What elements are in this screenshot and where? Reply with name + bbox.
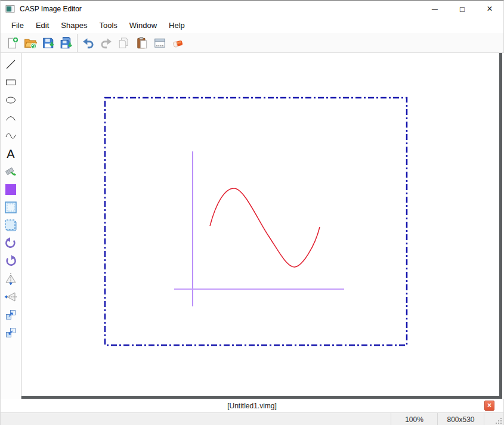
- open-file-icon: [24, 36, 37, 49]
- rotate-left-icon: [4, 237, 17, 250]
- rotate-right-icon: [4, 255, 17, 268]
- save-icon: [42, 36, 55, 49]
- text-tool-icon: A: [4, 147, 17, 161]
- canvas-properties-button[interactable]: [151, 35, 168, 51]
- toolbar-separator: [77, 34, 78, 52]
- paste-button[interactable]: [134, 35, 150, 51]
- workspace: A: [1, 53, 504, 399]
- flip-vertical-button[interactable]: [1, 270, 20, 288]
- zoom-level: 100%: [391, 413, 437, 425]
- select-rectangle-icon: [4, 201, 17, 214]
- rotate-left-button[interactable]: [1, 234, 20, 252]
- document-close-button[interactable]: ×: [484, 401, 494, 411]
- menu-bar: File Edit Shapes Tools Window Help: [1, 17, 503, 33]
- tool-palette: A: [1, 53, 21, 399]
- menu-edit[interactable]: Edit: [30, 19, 55, 32]
- arc-tool-icon: [5, 112, 17, 124]
- svg-text:A: A: [7, 147, 15, 160]
- window-controls: ─ □ ×: [421, 1, 503, 17]
- redo-icon: [100, 36, 113, 49]
- curve-tool-icon: [5, 130, 17, 142]
- flip-horizontal-icon: [4, 290, 17, 303]
- selection-rectangle[interactable]: [105, 98, 407, 345]
- save-as-button[interactable]: [58, 35, 74, 51]
- select-region-icon: [4, 219, 17, 232]
- arc-tool-button[interactable]: [1, 109, 20, 127]
- resize-grip-cell: [484, 413, 503, 425]
- scale-icon: [5, 309, 17, 321]
- undo-icon: [82, 36, 95, 49]
- eraser-button[interactable]: [169, 35, 185, 51]
- close-button[interactable]: ×: [476, 1, 503, 17]
- menu-window[interactable]: Window: [123, 19, 163, 32]
- canvas-drawing[interactable]: [21, 53, 499, 396]
- scale-alt-icon: [5, 327, 17, 339]
- undo-button[interactable]: [80, 35, 96, 51]
- main-toolbar: [1, 33, 503, 53]
- ellipse-tool-icon: [5, 94, 17, 106]
- scale-button[interactable]: [1, 306, 20, 324]
- flip-horizontal-button[interactable]: [1, 288, 20, 306]
- menu-shapes[interactable]: Shapes: [55, 19, 93, 32]
- menu-file[interactable]: File: [5, 19, 30, 32]
- airbrush-tool-button[interactable]: [1, 163, 20, 181]
- rotate-right-button[interactable]: [1, 252, 20, 270]
- new-document-button[interactable]: [4, 35, 20, 51]
- rectangle-tool-button[interactable]: [1, 73, 20, 91]
- menu-help[interactable]: Help: [163, 19, 191, 32]
- document-tab-bar: [Untitled1.vimg] ×: [1, 399, 503, 412]
- text-tool-button[interactable]: A: [1, 145, 20, 163]
- copy-button[interactable]: [116, 35, 132, 51]
- select-region-button[interactable]: [1, 216, 20, 234]
- open-file-button[interactable]: [22, 35, 38, 51]
- line-tool-icon: [5, 58, 17, 70]
- status-bar: 100% 800x530: [1, 412, 503, 425]
- ellipse-tool-button[interactable]: [1, 91, 20, 109]
- sine-curve-shape[interactable]: [210, 188, 320, 267]
- color-swatch[interactable]: [1, 181, 20, 198]
- paste-icon: [135, 36, 149, 49]
- line-tool-button[interactable]: [1, 55, 20, 73]
- color-swatch-icon: [5, 184, 17, 196]
- title-bar: CASP Image Editor ─ □ ×: [1, 1, 503, 17]
- curve-tool-button[interactable]: [1, 127, 20, 145]
- resize-grip-icon[interactable]: [494, 417, 502, 424]
- redo-button[interactable]: [98, 35, 114, 51]
- canvas-size: 800x530: [437, 413, 484, 425]
- scale-alt-button[interactable]: [1, 324, 20, 342]
- minimize-button[interactable]: ─: [421, 1, 449, 17]
- save-button[interactable]: [40, 35, 56, 51]
- menu-tools[interactable]: Tools: [93, 19, 123, 32]
- app-icon: [5, 4, 15, 14]
- new-document-icon: [6, 36, 19, 49]
- flip-vertical-icon: [4, 272, 17, 286]
- canvas-properties-icon: [153, 36, 166, 49]
- save-as-icon: [60, 36, 73, 49]
- maximize-button[interactable]: □: [449, 1, 476, 17]
- canvas-area[interactable]: [21, 53, 502, 399]
- copy-icon: [118, 36, 131, 49]
- application-window: CASP Image Editor ─ □ × File Edit Shapes…: [0, 0, 504, 425]
- document-tab-label[interactable]: [Untitled1.vimg]: [227, 402, 277, 410]
- window-title: CASP Image Editor: [20, 5, 82, 13]
- rectangle-tool-icon: [5, 76, 17, 88]
- eraser-icon: [171, 36, 184, 49]
- airbrush-tool-icon: [5, 166, 17, 178]
- select-rectangle-button[interactable]: [1, 198, 20, 216]
